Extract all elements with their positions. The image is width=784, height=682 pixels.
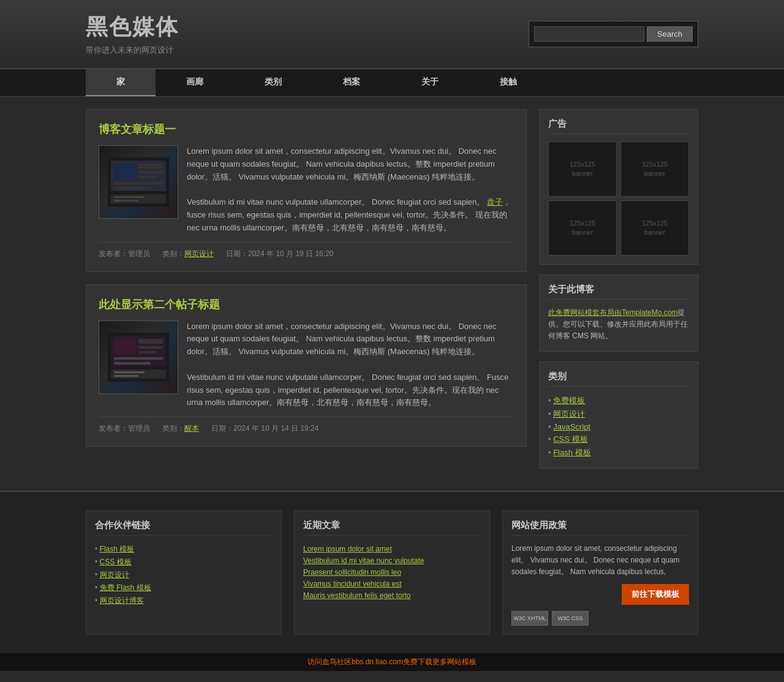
sidebar-about-title: 关于此博客 [548, 284, 689, 300]
recent-link-2[interactable]: Vestibulum id mi vitae nunc vulputate [303, 556, 424, 565]
post-2-image [99, 320, 178, 394]
recent-link-3[interactable]: Praesent sollicitudin mollis leo [303, 568, 401, 577]
svg-rect-14 [138, 339, 163, 344]
search-input[interactable] [534, 26, 644, 42]
post-2-category-link[interactable]: 醒本 [184, 424, 199, 433]
nav-item-archive[interactable]: 档案 [312, 69, 391, 96]
post-1-date: 日期：2024 年 10 月 19 日 16:20 [226, 249, 333, 259]
footer-policy: 网站使用政策 Lorem ipsum dolor sit amet, conse… [502, 510, 698, 635]
content-area: 博客文章标题一 [86, 109, 527, 479]
partner-1: Flash 模板 [95, 543, 273, 556]
nav-item-about[interactable]: 关于 [391, 69, 469, 96]
partner-5: 网页设计博客 [95, 594, 273, 607]
partner-3: 网页设计 [95, 569, 273, 582]
svg-rect-4 [138, 171, 163, 173]
svg-rect-18 [114, 362, 151, 365]
recent-2: Vestibulum id mi vitae nunc vulputate [303, 555, 481, 566]
recent-list: Lorem ipsum dolor sit amet Vestibulum id… [303, 543, 481, 601]
footer-recent: 近期文章 Lorem ipsum dolor sit amet Vestibul… [294, 510, 490, 635]
footer: 合作伙伴链接 Flash 模板 CSS 模板 网页设计 免费 Flash 模板 … [0, 491, 784, 654]
partner-link-5[interactable]: 网页设计博客 [100, 596, 144, 605]
nav-item-gallery[interactable]: 画廊 [156, 69, 234, 96]
post-1-text: Lorem ipsum dolor sit amet，consectetur a… [187, 145, 514, 235]
w3c-badges: W3C XHTML W3C CSS [511, 611, 689, 626]
main-content: 博客文章标题一 [86, 109, 698, 479]
sidebar-ads: 广告 125x125banner 125x125banner 125x125ba… [539, 109, 698, 265]
partner-2: CSS 模板 [95, 556, 273, 569]
partner-link-3[interactable]: 网页设计 [100, 570, 129, 579]
site-title: 黑色媒体 [86, 12, 179, 42]
search-form: Search [529, 21, 698, 47]
category-link-1[interactable]: 免费模板 [553, 396, 585, 405]
promo-link[interactable]: 访问血鸟社区bbs.dn.liao.com免费下载更多网站模板 [307, 657, 477, 666]
svg-rect-6 [114, 182, 163, 184]
promo-bar: 访问血鸟社区bbs.dn.liao.com免费下载更多网站模板 [0, 653, 784, 671]
footer-partners: 合作伙伴链接 Flash 模板 CSS 模板 网页设计 免费 Flash 模板 … [86, 510, 282, 635]
sidebar-about: 关于此博客 此免费网站模套布局由TemplateMo.com提供。您可以下载、修… [539, 275, 698, 352]
sidebar-about-text: 此免费网站模套布局由TemplateMo.com提供。您可以下载、修改并应用此布… [548, 307, 689, 343]
post-2-title: 此处显示第二个帖子标题 [99, 297, 514, 312]
partner-link-2[interactable]: CSS 模板 [100, 558, 132, 566]
banner-1: 125x125banner [548, 142, 617, 197]
recent-4: Vivamus tincidunt vehicula est [303, 578, 481, 589]
svg-rect-8 [111, 194, 166, 203]
category-item-4: CSS 模板 [548, 433, 689, 446]
sidebar-categories: 类别 免费模板 网页设计 JavaScript CSS 模板 Flash 模板 [539, 362, 698, 469]
post-1-link[interactable]: 盘子 [487, 197, 503, 206]
post-2-text: Lorem ipsum dolor sit amet，consectetur a… [187, 320, 514, 410]
footer-recent-title: 近期文章 [303, 520, 481, 536]
svg-rect-13 [114, 339, 135, 354]
category-link-2[interactable]: 网页设计 [553, 409, 585, 419]
nav-item-category[interactable]: 类别 [234, 69, 312, 96]
category-item-3: JavaScript [548, 421, 689, 433]
svg-rect-17 [114, 357, 163, 360]
post-1-para2: Vestibulum id mi vitae nunc vulputate ul… [187, 196, 514, 234]
search-button[interactable]: Search [647, 26, 693, 42]
templatemo-link[interactable]: 此免费网站模套布局由TemplateMo.com [548, 308, 677, 317]
post-2-body: Lorem ipsum dolor sit amet，consectetur a… [99, 320, 514, 410]
svg-rect-16 [138, 351, 157, 354]
banner-4: 125x125banner [620, 200, 689, 256]
sidebar-ads-title: 广告 [548, 118, 689, 134]
category-link-3[interactable]: JavaScript [553, 422, 590, 431]
partner-4: 免费 Flash 模板 [95, 582, 273, 594]
recent-link-1[interactable]: Lorem ipsum dolor sit amet [303, 545, 392, 553]
navigation: 家 画廊 类别 档案 关于 接触 [0, 69, 784, 97]
post-2-meta: 发布者：管理员 类别：醒本 日期：2024 年 10 月 14 日 19:24 [99, 417, 514, 434]
svg-rect-7 [114, 187, 151, 189]
category-link-5[interactable]: Flash 模板 [553, 448, 590, 457]
nav-item-contact[interactable]: 接触 [469, 69, 548, 96]
svg-rect-20 [114, 371, 145, 373]
w3c-css-badge: W3C CSS [552, 611, 589, 626]
partners-list: Flash 模板 CSS 模板 网页设计 免费 Flash 模板 网页设计博客 [95, 543, 273, 607]
category-link-4[interactable]: CSS 模板 [553, 434, 587, 444]
partner-link-1[interactable]: Flash 模板 [100, 545, 135, 553]
post-1-category: 类别：网页设计 [162, 249, 214, 259]
svg-rect-10 [114, 200, 138, 202]
category-item-5: Flash 模板 [548, 446, 689, 460]
post-2-author: 发布者：管理员 [99, 423, 150, 434]
post-2-para1: Lorem ipsum dolor sit amet，consectetur a… [187, 320, 514, 358]
recent-1: Lorem ipsum dolor sit amet [303, 543, 481, 555]
svg-rect-2 [114, 164, 135, 179]
svg-rect-9 [114, 196, 145, 198]
download-button[interactable]: 前往下载模板 [622, 584, 689, 605]
site-branding: 黑色媒体 带你进入未来的网页设计 [86, 12, 179, 56]
post-1-body: Lorem ipsum dolor sit amet，consectetur a… [99, 145, 514, 235]
footer-partners-title: 合作伙伴链接 [95, 520, 273, 536]
partner-link-4[interactable]: 免费 Flash 模板 [100, 583, 151, 592]
svg-rect-21 [114, 375, 138, 377]
post-1-para1: Lorem ipsum dolor sit amet，consectetur a… [187, 145, 514, 183]
recent-link-4[interactable]: Vivamus tincidunt vehicula est [303, 580, 402, 588]
post-1-category-link[interactable]: 网页设计 [184, 249, 214, 258]
recent-link-5[interactable]: Mauris vestibulum felis eget torto [303, 591, 410, 600]
header: 黑色媒体 带你进入未来的网页设计 Search [0, 0, 784, 69]
svg-rect-3 [138, 164, 163, 169]
post-1-title: 博客文章标题一 [99, 122, 514, 137]
banner-grid: 125x125banner 125x125banner 125x125banne… [548, 142, 689, 256]
svg-rect-15 [138, 346, 163, 349]
post-1: 博客文章标题一 [86, 109, 527, 272]
svg-rect-5 [138, 176, 157, 178]
nav-item-home[interactable]: 家 [86, 69, 156, 96]
category-item-2: 网页设计 [548, 407, 689, 421]
